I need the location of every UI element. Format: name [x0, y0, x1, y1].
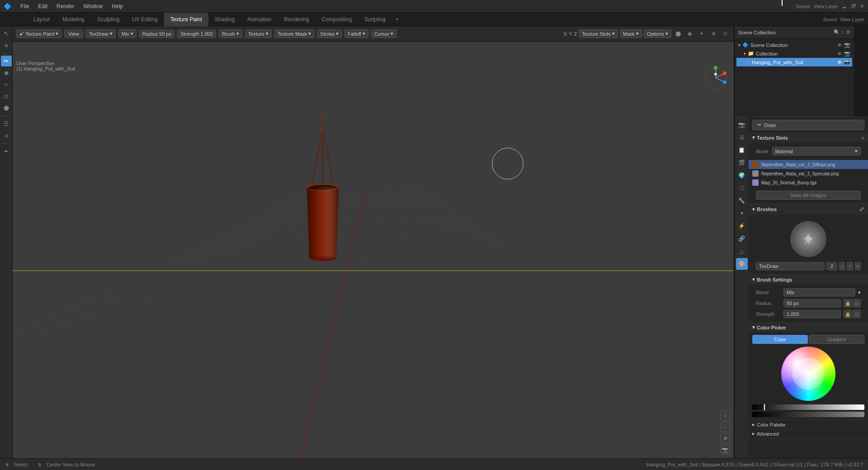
- outliner-settings-icon[interactable]: ⚙: [846, 29, 850, 35]
- tab-texture-paint[interactable]: Texture Paint: [164, 13, 208, 26]
- brushes-header[interactable]: ▾ Brushes ⤢: [749, 204, 868, 215]
- radius-map-btn[interactable]: ⊡: [853, 299, 861, 307]
- camera-restrict-icon[interactable]: 📷: [844, 42, 850, 48]
- axis-x[interactable]: X: [564, 31, 567, 37]
- blend-selector[interactable]: Mix ▾: [118, 29, 137, 38]
- prop-output[interactable]: 🖨: [736, 132, 748, 143]
- save-all-images-btn[interactable]: Save All Images: [756, 191, 861, 200]
- scene-collection-row[interactable]: ▾ 🔷 Scene Collection 👁 📷: [736, 41, 852, 49]
- prop-world[interactable]: 🌍: [736, 169, 748, 181]
- 3d-viewport[interactable]: User Perspective (1) Hanging_Pot_with_So…: [13, 42, 734, 458]
- pan-btn[interactable]: ✥: [720, 433, 730, 443]
- outliner-filter-icon[interactable]: 🔍: [834, 29, 840, 35]
- tool-select-cursor[interactable]: ⊕: [1, 40, 12, 51]
- outliner-sort-icon[interactable]: ↕: [842, 29, 844, 35]
- mode-value[interactable]: Material ▾: [772, 147, 861, 155]
- prop-data[interactable]: △: [736, 245, 748, 257]
- strength-map-btn[interactable]: ⊡: [853, 310, 861, 318]
- stroke-selector[interactable]: Stroke ▾: [317, 29, 342, 38]
- viewport-shading-material[interactable]: ◉: [685, 29, 695, 39]
- viewport-container[interactable]: 🖌 Texture Paint ▾ View TexDraw ▾ Mix ▾ R…: [13, 26, 734, 458]
- tab-animation[interactable]: Animation: [241, 13, 278, 26]
- tab-layout[interactable]: Layout: [27, 13, 56, 26]
- viewport-shading-solid[interactable]: ⬤: [673, 29, 683, 39]
- tab-uv-editing[interactable]: UV Editing: [126, 13, 164, 26]
- collection-camera[interactable]: 📷: [844, 51, 850, 56]
- cursor-selector[interactable]: Cursor ▾: [371, 29, 396, 38]
- texture-slots-btn[interactable]: Texture Slots ▾: [579, 29, 618, 38]
- prop-view-layer[interactable]: 📋: [736, 144, 748, 156]
- tab-compositing[interactable]: Compositing: [316, 13, 359, 26]
- texture-item-2[interactable]: Map_20_Normal_Bump.tga: [749, 178, 868, 187]
- radius-lock-btn[interactable]: 🔒: [844, 299, 852, 307]
- prop-object[interactable]: ⬡: [736, 182, 748, 194]
- radius-field[interactable]: Radius 50 px: [139, 30, 175, 38]
- tool-soften[interactable]: ◉: [1, 67, 12, 78]
- hue-bar-cursor[interactable]: [764, 404, 765, 411]
- strength-lock-btn[interactable]: 🔒: [844, 310, 852, 318]
- color-picker-header[interactable]: ▾ Color Picker: [749, 323, 868, 332]
- brushes-expand-icon[interactable]: ⤢: [859, 206, 864, 213]
- tool-annotate[interactable]: ✒: [1, 146, 12, 157]
- navigation-gizmo[interactable]: [702, 64, 729, 91]
- tool-fill[interactable]: ⬟: [1, 103, 12, 113]
- tab-rendering[interactable]: Rendering: [278, 13, 315, 26]
- collection-eye[interactable]: 👁: [837, 51, 842, 56]
- axis-y[interactable]: Y: [569, 31, 572, 37]
- strength-field[interactable]: Strength 1.000: [177, 30, 216, 38]
- zoom-out-btn[interactable]: −: [720, 422, 730, 432]
- gizmo-toggle[interactable]: ⊕: [708, 29, 718, 39]
- tab-modeling[interactable]: Modeling: [56, 13, 91, 26]
- draw-button[interactable]: ✏ Draw: [752, 120, 864, 130]
- axis-z[interactable]: Z: [574, 31, 577, 37]
- tool-erase[interactable]: ⊘: [1, 130, 12, 141]
- color-wheel-container[interactable]: [781, 347, 835, 401]
- zoom-in-btn[interactable]: +: [720, 411, 730, 421]
- prop-render[interactable]: 📷: [736, 119, 748, 131]
- mode-selector[interactable]: 🖌 Texture Paint ▾: [16, 29, 61, 38]
- object-eye[interactable]: 👁: [837, 60, 842, 65]
- gradient-tab[interactable]: Gradient: [809, 335, 864, 344]
- camera-view-btn[interactable]: 📷: [720, 445, 730, 455]
- menu-window[interactable]: Window: [80, 2, 106, 10]
- viewport-nav-buttons[interactable]: + − ✥ 📷: [720, 411, 730, 455]
- tab-scripting[interactable]: Scripting: [358, 13, 392, 26]
- brush-delete-btn[interactable]: ✕: [855, 262, 861, 270]
- strength-bs-value[interactable]: 1.000: [783, 310, 841, 318]
- advanced-header[interactable]: ▸ Advanced: [749, 429, 868, 438]
- hue-bar[interactable]: [752, 404, 864, 410]
- prop-material[interactable]: 🎨: [736, 258, 748, 270]
- prop-modifier[interactable]: 🔧: [736, 195, 748, 207]
- options-btn[interactable]: Options ▾: [644, 29, 671, 38]
- texture-slots-header[interactable]: ▾ Texture Slots +: [749, 133, 868, 142]
- texture-item-0[interactable]: Nepenthes_Alata_var_3_Diffuse.png: [749, 160, 868, 169]
- eye-icon[interactable]: 👁: [837, 42, 842, 48]
- prop-scene[interactable]: 🎬: [736, 157, 748, 169]
- color-wheel-cursor[interactable]: [813, 375, 816, 378]
- tool-smear[interactable]: ≈: [1, 79, 12, 90]
- brush-new-btn[interactable]: +: [847, 262, 853, 270]
- view-menu[interactable]: View: [64, 30, 83, 38]
- menu-help[interactable]: Help: [108, 2, 127, 10]
- tab-sculpting[interactable]: Sculpting: [91, 13, 126, 26]
- prop-constraints[interactable]: 🔗: [736, 233, 748, 244]
- close-btn[interactable]: ✕: [860, 3, 864, 9]
- brush-name-field[interactable]: [756, 262, 825, 270]
- ts-add-btn[interactable]: +: [862, 135, 864, 141]
- brush-favorite-btn[interactable]: ☆: [839, 262, 845, 270]
- falloff-selector[interactable]: Falloff ▾: [344, 29, 368, 38]
- tool-pointer[interactable]: ↖: [1, 28, 12, 39]
- collection-row[interactable]: ▾ 📁 Collection 👁 📷: [736, 49, 852, 58]
- restore-btn[interactable]: 🗗: [851, 3, 856, 9]
- viewport-shading-rendered[interactable]: ☀: [697, 29, 707, 39]
- brush-settings-header[interactable]: ▾ Brush Settings: [749, 275, 868, 284]
- color-wheel[interactable]: [781, 347, 835, 401]
- minimize-btn[interactable]: 🗕: [842, 3, 847, 9]
- tab-shading[interactable]: Shading: [208, 13, 241, 26]
- brush-selector[interactable]: Brush ▾: [219, 29, 242, 38]
- overlay-toggle[interactable]: ⊙: [720, 29, 730, 39]
- object-camera[interactable]: 📷: [844, 59, 850, 65]
- tool-clone[interactable]: ⊡: [1, 91, 12, 102]
- color-tab[interactable]: Color: [752, 335, 808, 344]
- prop-physics[interactable]: ⚡: [736, 220, 748, 232]
